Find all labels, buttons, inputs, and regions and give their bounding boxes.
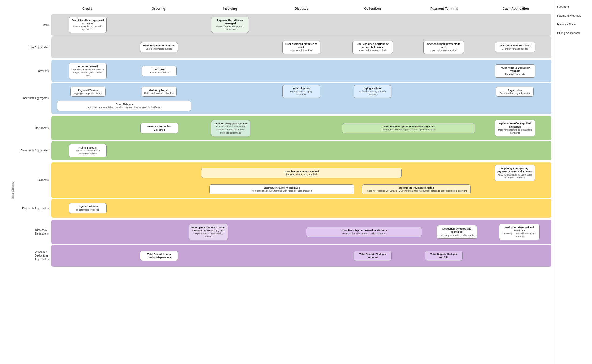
pa-invoicing-cell — [195, 208, 265, 209]
ua-ordering-cell: User assigned to fill order User perform… — [124, 41, 194, 53]
sidebar-item-history-notes[interactable]: History / Notes — [557, 23, 589, 26]
aging-buckets-card: Aging Buckets Collection trends, portfol… — [354, 85, 391, 98]
da-invoicing-cell — [195, 150, 265, 151]
total-disputes-card: Total Disputes Dispute trends, aging, as… — [282, 85, 320, 98]
documents-label: Documents — [3, 116, 51, 140]
card-title: Ordering Trends — [144, 89, 174, 92]
payments-row: Payments Complete Payment Received from … — [3, 162, 551, 198]
col-cash-application: Cash Application — [480, 5, 551, 12]
documents-row: Documents Invoice Information Collected … — [3, 116, 551, 140]
pay-ordering-cell — [124, 172, 196, 173]
disputes-deductions-aggregates-label: Disputes /DeductionsAggregates — [3, 245, 51, 267]
dd-payment-terminal-cell: Deduction detected and Identified manual… — [426, 224, 488, 240]
card-title: User assigned payments to work — [426, 42, 462, 49]
pa-cash-application-cell — [480, 208, 550, 209]
doc-credit-cell — [52, 128, 123, 129]
card-title: Payment Portal Users Managed — [214, 19, 247, 25]
card-sub: from eIC, check, IVR, terminal — [204, 173, 399, 176]
work-job-card: User Assigned Work/Job User performance … — [495, 42, 535, 52]
col-collections: Collections — [337, 5, 409, 12]
open-balance-card: Open Balance Aging buckets established b… — [57, 101, 191, 111]
acc-payment-terminal-cell — [409, 70, 479, 72]
accounts-row: Accounts Account Created Credit line dec… — [3, 60, 551, 82]
dd-invoicing-cell: Incomplete Dispute Created Outside Platf… — [177, 223, 240, 242]
card-sub: Users of our customers and thier access — [214, 25, 247, 31]
card-title: Deduction detected and Identified — [439, 227, 475, 234]
incomplete-dispute-card: Incomplete Dispute Created Outside Platf… — [189, 224, 228, 240]
col-payment-terminal: Payment Terminal — [409, 5, 480, 12]
user-aggregates-label: User Aggregates — [3, 36, 51, 58]
ua-payment-terminal-cell: User assigned payments to work User perf… — [409, 39, 479, 55]
card-sub: For electronics only — [497, 73, 533, 76]
documents-aggregates-row: Documents Aggregates Aging Buckets acros… — [3, 141, 551, 160]
card-sub: Dispute trends, aging, assignees — [285, 90, 318, 96]
total-dispute-risk-portfolio-card: Total Dispute Risk per Portfolio — [425, 251, 463, 261]
sidebar-item-payment-methods[interactable]: Payment Methods — [557, 14, 589, 17]
pay-complete-payment-cell: Complete Payment Received from eIC, chec… — [195, 167, 408, 179]
da-disputes-cell — [266, 150, 337, 151]
dd-collections-cell: Complete Dispute Created in Platform Rea… — [302, 225, 425, 238]
deduction-identified-2-card: Deduction detected and Identified manual… — [499, 224, 540, 240]
card-title: Total Dispute Risk per Account — [356, 252, 389, 259]
card-sub: Funds not received yet Email or VCC Paym… — [364, 190, 468, 193]
account-created-card: Account Created Credit line decision and… — [69, 63, 107, 79]
dda-payment-terminal-cell: Total Dispute Risk per Portfolio — [409, 249, 479, 262]
card-title: User Assigned Work/Job — [497, 44, 533, 47]
accounts-aggregates-row: Accounts Aggregates Payment Trends Aggre… — [3, 83, 551, 114]
doc-cash-application-cell: Updated to reflect applied payments Used… — [479, 119, 550, 138]
card-sub: Aggregate payment history — [73, 92, 103, 95]
portfolio-accounts-card: User assigned portfolio of accounts to w… — [352, 41, 393, 54]
deduction-identified-1-card: Deduction detected and Identified manual… — [437, 225, 477, 239]
aa-credit-cell: Payment Trends Aggregate payment history — [52, 85, 123, 98]
card-sub: User performance audited — [143, 48, 176, 50]
dda-invoicing-cell — [195, 255, 265, 256]
card-title: Credit Used — [144, 68, 174, 71]
payments-aggregates-row: Payments Aggregates Payment History to d… — [3, 199, 551, 218]
card-sub: manually or auto with codes and amounts — [502, 232, 537, 238]
doc-collections-cell: Open Balance Updated to Reflect Payment … — [338, 122, 479, 134]
documents-aggregates-label: Documents Aggregates — [3, 141, 51, 160]
sidebar: Contacts Payment Methods History / Notes… — [554, 0, 592, 364]
card-title: Complete Payment Received — [204, 170, 399, 173]
card-title: Aging Buckets — [71, 146, 104, 149]
open-balance-updated-card: Open Balance Updated to Reflect Payment … — [342, 123, 475, 133]
col-ordering: Ordering — [123, 5, 194, 12]
disputes-deductions-label: Disputes /Deductions — [3, 220, 51, 244]
acc-collections-cell — [337, 70, 408, 72]
card-title: User assigned portfolio of accounts to w… — [355, 42, 391, 49]
card-sub: User access limited to credit applicatio… — [71, 25, 104, 31]
ordering-trends-card: Ordering Trends Dates and amounts of ord… — [142, 87, 177, 97]
dda-credit-cell — [52, 255, 123, 256]
applying-payment-card: Applying a completing payment against a … — [495, 165, 535, 181]
card-title: Aging Buckets — [356, 87, 389, 90]
doc-invoicing-cell: Invoices Templates Created Invoice infor… — [195, 119, 266, 137]
card-sub: Reason, doc info, amount, code, assignee — [308, 232, 419, 235]
da-ordering-cell — [124, 150, 194, 151]
sidebar-item-billing-addresses[interactable]: Billing Addresses — [557, 31, 589, 35]
card-sub: User performance audited — [355, 49, 391, 52]
card-title: User assigned to fill order — [143, 44, 176, 47]
card-sub: to determine credit risk — [71, 208, 104, 211]
payment-portal-card: Payment Portal Users Managed Users of ou… — [211, 17, 249, 33]
card-sub: Credit line decision and Amount Legal, b… — [71, 68, 104, 77]
pa-payment-terminal-cell — [409, 208, 479, 209]
dda-cash-application-cell — [480, 255, 550, 256]
card-sub: Dispute aging audited — [285, 49, 318, 52]
card-title: Total Disputes — [285, 87, 318, 90]
users-row: Users Credit App User registered & creat… — [3, 14, 551, 36]
aa-disputes-cell: Total Disputes Dispute trends, aging, as… — [266, 84, 337, 99]
aa-payment-terminal-cell — [408, 91, 479, 92]
users-cash-application-cell — [480, 24, 550, 25]
pay-short-over-cell: Short/Over Payment Received from eIC, ch… — [205, 183, 359, 196]
card-title: Open Balance Updated to Reflect Payment — [345, 125, 472, 128]
credit-used-card: Credit Used Open sales amount — [142, 66, 177, 76]
ua-collections-cell: User assigned portfolio of accounts to w… — [337, 39, 408, 55]
users-payment-terminal-cell — [409, 24, 479, 25]
card-title: User assigned disputes to work — [285, 42, 318, 49]
payments-to-work-card: User assigned payments to work User perf… — [423, 41, 464, 54]
da-payment-terminal-cell — [409, 150, 479, 151]
dd-cash-application-cell: Deduction detected and Identified manual… — [489, 223, 551, 242]
da-cash-application-cell — [480, 150, 550, 151]
sidebar-item-contacts[interactable]: Contacts — [557, 5, 589, 9]
pay-incomplete-payment-cell: Incomplete Payment Initiated Funds not r… — [359, 183, 474, 196]
